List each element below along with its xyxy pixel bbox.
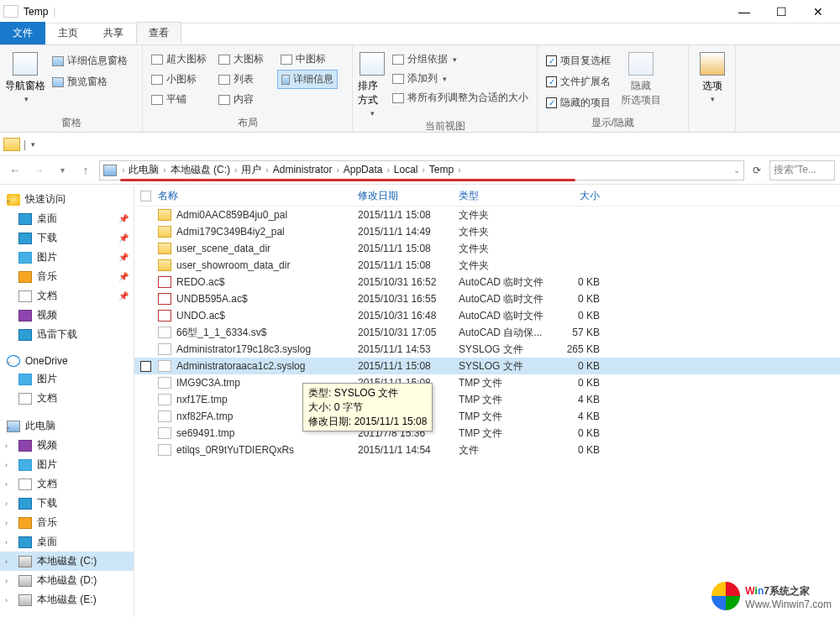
file-row[interactable]: Admi0AAC859B4ju0_pal2015/11/1 15:08文件夹 bbox=[134, 207, 840, 223]
sidebar-item-cdrive[interactable]: ›本地磁盘 (C:) bbox=[0, 552, 134, 571]
expand-icon[interactable]: › bbox=[5, 538, 8, 546]
group-by-button[interactable]: 分组依据▾ bbox=[389, 50, 532, 68]
expand-icon[interactable]: › bbox=[5, 442, 8, 450]
sidebar-item-xunlei[interactable]: 迅雷下载 bbox=[0, 325, 134, 344]
expand-icon[interactable]: › bbox=[5, 480, 8, 489]
refresh-button[interactable]: ⟳ bbox=[748, 161, 766, 180]
sidebar-item-edrive[interactable]: ›本地磁盘 (E:) bbox=[0, 590, 134, 609]
sort-by-button[interactable]: 排序方式 ▾ bbox=[358, 49, 386, 118]
file-row[interactable]: Admi179C349B4iy2_pal2015/11/1 14:49文件夹 bbox=[134, 223, 840, 240]
tab-home[interactable]: 主页 bbox=[45, 22, 91, 44]
chevron-right-icon[interactable]: › bbox=[385, 165, 391, 175]
chevron-down-icon[interactable]: ▾ bbox=[31, 140, 35, 149]
select-all-checkbox[interactable] bbox=[134, 191, 156, 201]
chevron-right-icon[interactable]: › bbox=[120, 165, 126, 175]
file-row[interactable]: IMG9C3A.tmp2015/11/1 15:08TMP 文件0 KB bbox=[134, 374, 840, 391]
tab-file[interactable]: 文件 bbox=[0, 22, 45, 44]
breadcrumb-item[interactable]: 此电脑 bbox=[126, 164, 161, 175]
view-extra-large[interactable]: 超大图标 bbox=[148, 50, 213, 68]
sidebar-item-music2[interactable]: ›音乐 bbox=[0, 513, 134, 532]
add-column-button[interactable]: 添加列▾ bbox=[389, 70, 532, 87]
file-row[interactable]: etilqs_0R9tYuTDIERQxRs2015/11/1 14:54文件0… bbox=[134, 442, 840, 458]
sidebar-item-videos2[interactable]: ›视频 bbox=[0, 436, 134, 455]
file-row[interactable]: Administratoraaca1c2.syslog2015/11/1 15:… bbox=[134, 358, 840, 374]
breadcrumb-item[interactable]: 用户 bbox=[239, 164, 264, 175]
column-size[interactable]: 大小 bbox=[551, 189, 610, 203]
view-large[interactable]: 大图标 bbox=[215, 50, 276, 68]
preview-pane-button[interactable]: 预览窗格 bbox=[49, 73, 131, 91]
breadcrumb-item[interactable]: Local bbox=[391, 164, 421, 175]
view-medium[interactable]: 中图标 bbox=[277, 50, 338, 68]
expand-icon[interactable]: › bbox=[5, 557, 8, 566]
file-row[interactable]: nxf82FA.tmp2015/11/1 15:08TMP 文件4 KB bbox=[134, 408, 840, 425]
chevron-right-icon[interactable]: › bbox=[264, 165, 270, 175]
file-row[interactable]: nxf17E.tmp2015/11/1 15:08TMP 文件4 KB bbox=[134, 391, 840, 408]
tab-view[interactable]: 查看 bbox=[136, 22, 181, 44]
up-button[interactable]: ↑ bbox=[76, 160, 96, 180]
sidebar-quick-access[interactable]: ⌄快速访问 bbox=[0, 190, 134, 209]
column-type[interactable]: 类型 bbox=[459, 189, 551, 203]
view-tiles[interactable]: 平铺 bbox=[148, 91, 213, 108]
sidebar-item-pictures3[interactable]: ›图片 bbox=[0, 455, 134, 474]
expand-icon[interactable]: › bbox=[5, 577, 8, 585]
expand-icon[interactable]: › bbox=[5, 461, 8, 469]
expand-icon[interactable]: › bbox=[5, 499, 8, 508]
breadcrumb-item[interactable]: Temp bbox=[427, 164, 456, 175]
view-details[interactable]: 详细信息 bbox=[277, 70, 338, 89]
view-small[interactable]: 小图标 bbox=[148, 70, 213, 89]
chevron-right-icon[interactable]: › bbox=[161, 165, 167, 175]
address-bar[interactable]: › 此电脑›本地磁盘 (C:)›用户›Administrator›AppData… bbox=[99, 160, 744, 180]
sidebar-item-music[interactable]: 音乐📌 bbox=[0, 267, 134, 286]
chevron-right-icon[interactable]: › bbox=[334, 165, 340, 175]
chevron-right-icon[interactable]: › bbox=[456, 165, 462, 175]
row-checkbox[interactable] bbox=[134, 361, 156, 372]
chevron-right-icon[interactable]: › bbox=[420, 165, 426, 175]
sidebar-item-onedrive-pictures[interactable]: 图片 bbox=[0, 369, 134, 389]
sidebar-item-documents[interactable]: 文档📌 bbox=[0, 286, 134, 306]
recent-locations-button[interactable]: ▾ bbox=[52, 160, 72, 180]
file-row[interactable]: user_scene_data_dir2015/11/1 15:08文件夹 bbox=[134, 240, 840, 257]
sidebar-item-pictures[interactable]: 图片📌 bbox=[0, 248, 134, 267]
expand-icon[interactable]: ⌄ bbox=[5, 357, 12, 365]
file-row[interactable]: se69491.tmp2011/7/8 15:36TMP 文件0 KB bbox=[134, 425, 840, 442]
sidebar-item-downloads[interactable]: 下载📌 bbox=[0, 228, 134, 248]
expand-icon[interactable]: ⌄ bbox=[5, 196, 12, 204]
breadcrumb-item[interactable]: 本地磁盘 (C:) bbox=[168, 164, 233, 175]
size-all-columns-button[interactable]: 将所有列调整为合适的大小 bbox=[389, 89, 532, 107]
expand-icon[interactable]: › bbox=[5, 519, 8, 527]
file-row[interactable]: REDO.ac$2015/10/31 16:52AutoCAD 临时文件0 KB bbox=[134, 274, 840, 290]
column-name[interactable]: 名称 bbox=[156, 189, 358, 203]
item-checkboxes-toggle[interactable]: ✓项目复选框 bbox=[543, 52, 614, 70]
details-pane-button[interactable]: 详细信息窗格 bbox=[49, 52, 131, 70]
hide-selected-button[interactable]: 隐藏 所选项目 bbox=[621, 49, 661, 114]
nav-pane-button[interactable]: 导航窗格 ▾ bbox=[5, 49, 45, 114]
breadcrumb-item[interactable]: AppData bbox=[341, 164, 386, 175]
sidebar-onedrive[interactable]: ⌄OneDrive bbox=[0, 353, 134, 369]
file-row[interactable]: 66型_1_1_6334.sv$2015/10/31 17:05AutoCAD … bbox=[134, 324, 840, 341]
sidebar-item-desktop[interactable]: 桌面📌 bbox=[0, 209, 134, 228]
sidebar-item-onedrive-docs[interactable]: 文档 bbox=[0, 389, 134, 408]
folder-icon[interactable] bbox=[3, 138, 20, 151]
nav-pane[interactable]: ⌄快速访问 桌面📌 下载📌 图片📌 音乐📌 文档📌 视频 迅雷下载 ⌄OneDr… bbox=[0, 186, 134, 617]
expand-icon[interactable]: › bbox=[5, 596, 8, 604]
maximize-button[interactable]: ☐ bbox=[763, 0, 800, 24]
sidebar-item-ddrive[interactable]: ›本地磁盘 (D:) bbox=[0, 571, 134, 590]
chevron-down-icon[interactable]: ⌄ bbox=[733, 165, 740, 175]
file-row[interactable]: UNDB595A.ac$2015/10/31 16:55AutoCAD 临时文件… bbox=[134, 290, 840, 307]
sidebar-item-downloads2[interactable]: ›下载 bbox=[0, 494, 134, 513]
search-input[interactable]: 搜索"Te... bbox=[769, 160, 835, 180]
sidebar-item-desktop2[interactable]: ›桌面 bbox=[0, 532, 134, 552]
back-button[interactable]: ← bbox=[5, 160, 25, 180]
close-button[interactable]: ✕ bbox=[800, 0, 837, 24]
sidebar-this-pc[interactable]: ⌄此电脑 bbox=[0, 416, 134, 436]
column-date[interactable]: 修改日期 bbox=[358, 189, 459, 203]
breadcrumb-item[interactable]: Administrator bbox=[270, 164, 335, 175]
forward-button[interactable]: → bbox=[29, 160, 49, 180]
file-list[interactable]: 名称 修改日期 类型 大小 Admi0AAC859B4ju0_pal2015/1… bbox=[134, 186, 840, 617]
file-row[interactable]: user_showroom_data_dir2015/11/1 15:08文件夹 bbox=[134, 257, 840, 274]
file-ext-toggle[interactable]: ✓文件扩展名 bbox=[543, 73, 614, 91]
view-content[interactable]: 内容 bbox=[215, 91, 276, 108]
options-button[interactable]: 选项 ▾ bbox=[694, 49, 730, 132]
minimize-button[interactable]: — bbox=[726, 0, 763, 24]
breadcrumb[interactable]: 此电脑›本地磁盘 (C:)›用户›Administrator›AppData›L… bbox=[126, 163, 462, 177]
